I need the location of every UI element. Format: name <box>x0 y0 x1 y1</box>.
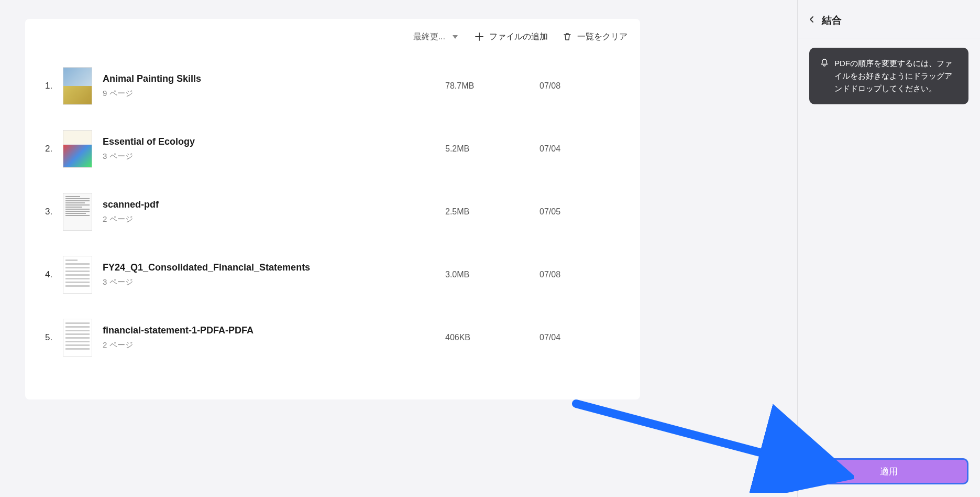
back-chevron-icon[interactable] <box>808 16 816 25</box>
file-name: scanned-pdf <box>103 199 445 210</box>
svg-line-1 <box>576 404 833 472</box>
main-file-panel: 最終更... ファイルの追加 一覧をクリア 1. Ani <box>25 19 640 399</box>
file-size: 78.7MB <box>445 81 539 91</box>
file-size: 5.2MB <box>445 144 539 154</box>
file-thumbnail <box>63 67 92 105</box>
file-index: 4. <box>42 269 63 280</box>
file-name: financial-statement-1-PDFA-PDFA <box>103 325 445 336</box>
toolbar: 最終更... ファイルの追加 一覧をクリア <box>25 19 640 55</box>
chevron-down-icon <box>450 32 460 41</box>
file-pages: 2 ページ <box>103 214 445 224</box>
file-thumbnail <box>63 193 92 231</box>
add-file-button[interactable]: ファイルの追加 <box>475 31 548 42</box>
tooltip-text: PDFの順序を変更するには、ファイルをお好きなようにドラッグアンドドロップしてく… <box>834 57 958 95</box>
side-panel: 結合 PDFの順序を変更するには、ファイルをお好きなようにドラッグアンドドロップ… <box>797 0 980 497</box>
file-row[interactable]: 3. scanned-pdf 2 ページ 2.5MB 07/05 <box>38 180 627 243</box>
file-date: 07/08 <box>539 270 623 279</box>
file-pages: 2 ページ <box>103 340 445 350</box>
file-row[interactable]: 5. financial-statement-1-PDFA-PDFA 2 ページ… <box>38 306 627 369</box>
file-index: 3. <box>42 207 63 217</box>
file-index: 5. <box>42 332 63 343</box>
file-index: 1. <box>42 81 63 91</box>
apply-button[interactable]: 適用 <box>809 458 968 484</box>
file-info: scanned-pdf 2 ページ <box>92 199 445 224</box>
reorder-tooltip: PDFの順序を変更するには、ファイルをお好きなようにドラッグアンドドロップしてく… <box>809 48 968 104</box>
file-info: FY24_Q1_Consolidated_Financial_Statement… <box>92 262 445 287</box>
file-info: Essential of Ecology 3 ページ <box>92 136 445 161</box>
apply-button-label: 適用 <box>880 466 898 478</box>
file-date: 07/08 <box>539 81 623 91</box>
file-size: 3.0MB <box>445 270 539 279</box>
file-date: 07/04 <box>539 144 623 154</box>
file-name: FY24_Q1_Consolidated_Financial_Statement… <box>103 262 445 273</box>
file-info: financial-statement-1-PDFA-PDFA 2 ページ <box>92 325 445 350</box>
file-pages: 3 ページ <box>103 152 445 161</box>
side-panel-title: 結合 <box>822 14 842 27</box>
side-panel-header: 結合 <box>798 0 980 38</box>
file-row[interactable]: 2. Essential of Ecology 3 ページ 5.2MB 07/0… <box>38 117 627 180</box>
sort-label: 最終更... <box>413 31 445 42</box>
file-list: 1. Animal Painting Skills 9 ページ 78.7MB 0… <box>25 55 640 369</box>
file-size: 406KB <box>445 333 539 342</box>
trash-icon <box>563 32 572 41</box>
clear-list-label: 一覧をクリア <box>577 31 627 42</box>
file-thumbnail <box>63 256 92 294</box>
file-index: 2. <box>42 144 63 154</box>
file-thumbnail <box>63 319 92 356</box>
file-row[interactable]: 1. Animal Painting Skills 9 ページ 78.7MB 0… <box>38 55 627 117</box>
file-info: Animal Painting Skills 9 ページ <box>92 73 445 99</box>
sort-dropdown[interactable]: 最終更... <box>413 31 460 42</box>
file-date: 07/05 <box>539 207 623 217</box>
clear-list-button[interactable]: 一覧をクリア <box>563 31 627 42</box>
file-size: 2.5MB <box>445 207 539 217</box>
file-row[interactable]: 4. FY24_Q1_Consolidated_Financial_Statem… <box>38 243 627 306</box>
file-date: 07/04 <box>539 333 623 342</box>
file-pages: 3 ページ <box>103 277 445 287</box>
add-file-label: ファイルの追加 <box>489 31 548 42</box>
file-thumbnail <box>63 130 92 168</box>
file-pages: 9 ページ <box>103 89 445 99</box>
file-name: Essential of Ecology <box>103 136 445 147</box>
file-name: Animal Painting Skills <box>103 73 445 84</box>
plus-icon <box>475 32 484 41</box>
bell-icon <box>820 58 829 95</box>
